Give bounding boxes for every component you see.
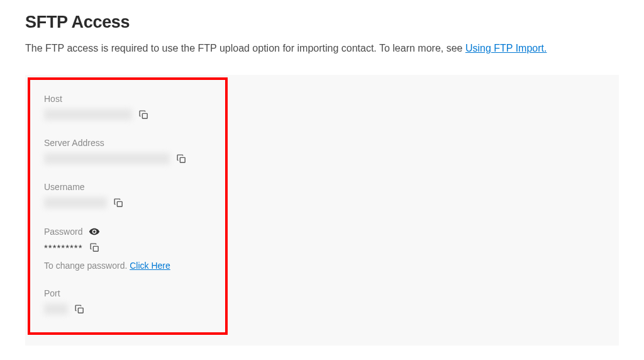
using-ftp-import-link[interactable]: Using FTP Import. [465, 43, 547, 53]
copy-icon[interactable] [176, 154, 187, 164]
svg-rect-4 [78, 308, 83, 313]
host-label: Host [44, 94, 211, 104]
port-field: Port [44, 288, 211, 315]
password-helper: To change password. Click Here [44, 261, 211, 271]
port-label: Port [44, 288, 211, 298]
username-field: Username [44, 182, 211, 208]
credentials-panel: Host Server Address Username [25, 75, 619, 346]
server-address-field: Server Address [44, 138, 211, 164]
svg-rect-0 [142, 113, 147, 118]
copy-icon[interactable] [113, 198, 124, 208]
username-value [44, 197, 107, 208]
eye-icon[interactable] [89, 226, 100, 237]
password-field: Password ********* To change password. C… [44, 226, 211, 271]
change-password-link[interactable]: Click Here [130, 261, 170, 271]
password-label: Password [44, 227, 82, 237]
page-subtitle: The FTP access is required to use the FT… [25, 41, 619, 56]
host-value [44, 109, 132, 120]
copy-icon[interactable] [74, 304, 85, 315]
copy-icon[interactable] [138, 110, 149, 120]
subtitle-text: The FTP access is required to use the FT… [25, 43, 465, 53]
svg-rect-1 [180, 157, 185, 162]
password-helper-text: To change password. [44, 261, 130, 271]
host-field: Host [44, 94, 211, 120]
server-address-value [44, 153, 170, 164]
port-value [44, 303, 68, 315]
password-value: ********* [44, 242, 83, 253]
copy-icon[interactable] [89, 242, 100, 253]
credentials-box: Host Server Address Username [28, 77, 228, 335]
page-title: SFTP Access [25, 13, 619, 32]
username-label: Username [44, 182, 211, 192]
svg-rect-3 [93, 246, 98, 251]
svg-rect-2 [117, 201, 122, 206]
server-address-label: Server Address [44, 138, 211, 148]
